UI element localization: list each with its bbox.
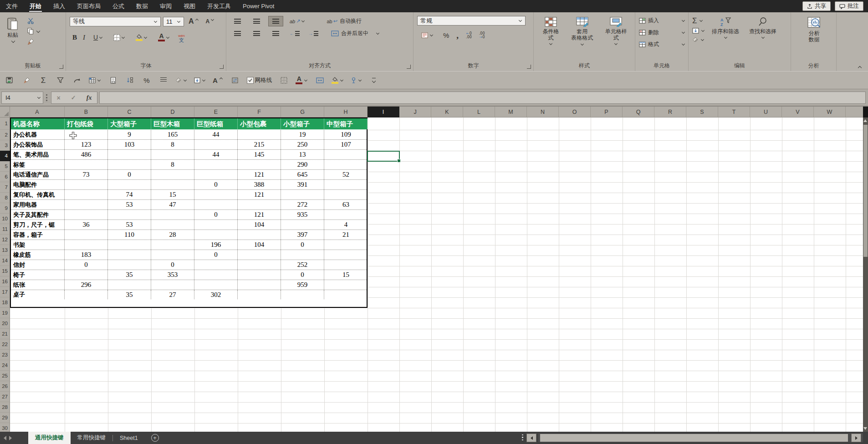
delete-cells-button[interactable]: 删除 bbox=[639, 29, 685, 36]
cell-value[interactable] bbox=[324, 160, 368, 169]
wrap-text-button[interactable]: ab↩ 自动换行 bbox=[324, 16, 363, 26]
row-header-6[interactable]: 6 bbox=[0, 172, 10, 182]
header-cell[interactable]: 巨型木箱 bbox=[151, 118, 194, 129]
column-header-C[interactable]: C bbox=[108, 107, 151, 117]
comment-button[interactable]: 批注 bbox=[835, 1, 863, 11]
align-left-icon[interactable] bbox=[230, 28, 245, 39]
menu-item-6[interactable]: 审阅 bbox=[154, 0, 178, 12]
column-header-H[interactable]: H bbox=[324, 107, 368, 117]
row-header-18[interactable]: 18 bbox=[0, 297, 10, 308]
cell-value[interactable]: 0 bbox=[194, 250, 238, 260]
menu-item-1[interactable]: 开始 bbox=[24, 0, 47, 12]
cell-value[interactable]: 935 bbox=[281, 210, 324, 219]
decrease-decimal-icon[interactable]: .00→0 bbox=[479, 32, 485, 39]
header-cell[interactable]: 小型箱子 bbox=[281, 118, 324, 129]
menu-item-5[interactable]: 数据 bbox=[130, 0, 154, 12]
font-dialog-launcher-icon[interactable] bbox=[220, 65, 224, 69]
header-cell[interactable]: 大型箱子 bbox=[108, 118, 151, 129]
cell-value[interactable] bbox=[324, 260, 368, 270]
cell-value[interactable] bbox=[324, 150, 368, 159]
enter-icon[interactable]: ✓ bbox=[71, 94, 76, 101]
cell-value[interactable] bbox=[108, 240, 151, 250]
cell-value[interactable]: 645 bbox=[281, 170, 324, 179]
row-header-19[interactable]: 19 bbox=[0, 308, 10, 318]
align-right-icon[interactable] bbox=[268, 28, 283, 39]
cell-value[interactable]: 302 bbox=[194, 290, 238, 299]
header-cell[interactable]: 小型包裹 bbox=[238, 118, 281, 129]
header-cell[interactable]: 机器名称 bbox=[11, 118, 65, 129]
dropdown-icon[interactable] bbox=[97, 79, 101, 82]
cut-icon[interactable] bbox=[27, 18, 40, 24]
cell-value[interactable] bbox=[238, 250, 281, 260]
cell-value[interactable] bbox=[194, 160, 238, 169]
cell-item-name[interactable]: 办公机器 bbox=[11, 130, 65, 139]
cell-value[interactable]: 47 bbox=[151, 200, 194, 209]
column-header-W[interactable]: W bbox=[814, 107, 846, 117]
cell-value[interactable] bbox=[108, 150, 151, 159]
cancel-icon[interactable]: × bbox=[57, 94, 61, 102]
conditional-formatting-button[interactable]: 条件格式 bbox=[537, 16, 564, 63]
column-header-A[interactable]: A bbox=[10, 107, 65, 117]
add-sheet-icon[interactable]: + bbox=[151, 434, 159, 442]
row-header-26[interactable]: 26 bbox=[0, 381, 10, 392]
gridlines-checkbox[interactable]: 网格线 bbox=[247, 77, 272, 84]
column-header-G[interactable]: G bbox=[281, 107, 324, 117]
selected-cell-I4[interactable] bbox=[367, 151, 400, 162]
row-header-22[interactable]: 22 bbox=[0, 339, 10, 350]
sheet-tab-1[interactable]: 常用快捷键 bbox=[71, 432, 113, 444]
cell-value[interactable] bbox=[108, 250, 151, 260]
cell-value[interactable]: 0 bbox=[65, 260, 108, 270]
column-header-J[interactable]: J bbox=[399, 107, 431, 117]
scroll-left-icon[interactable] bbox=[526, 434, 536, 442]
cell-value[interactable]: 121 bbox=[238, 170, 281, 179]
cell-item-name[interactable]: 椅子 bbox=[11, 270, 65, 280]
cell-item-name[interactable]: 橡皮筋 bbox=[11, 250, 65, 260]
cell-value[interactable]: 165 bbox=[151, 130, 194, 139]
prev-sheet-icon[interactable] bbox=[4, 436, 6, 440]
row-header-29[interactable]: 29 bbox=[0, 413, 10, 423]
cell-value[interactable]: 44 bbox=[194, 130, 238, 139]
paste-button[interactable]: 粘贴 bbox=[4, 16, 22, 44]
increase-decimal-icon[interactable]: ←0.00 bbox=[466, 32, 472, 39]
font-name-dropdown-icon[interactable] bbox=[153, 20, 158, 23]
format-as-table-button[interactable]: 套用表格格式 bbox=[566, 16, 598, 63]
cell-value[interactable]: 252 bbox=[281, 260, 324, 270]
cell-value[interactable]: 8 bbox=[151, 140, 194, 149]
dropdown-icon[interactable] bbox=[340, 79, 344, 82]
menu-item-2[interactable]: 插入 bbox=[47, 0, 71, 12]
spreadsheet-grid[interactable]: ABCDEFGHIJKLMNOPQRSTUVW12345678910111213… bbox=[0, 107, 863, 432]
fill-color-icon[interactable] bbox=[133, 33, 150, 42]
column-header-V[interactable]: V bbox=[782, 107, 814, 117]
cell-value[interactable]: 110 bbox=[108, 230, 151, 240]
cell-value[interactable] bbox=[281, 250, 324, 260]
cell-value[interactable] bbox=[65, 240, 108, 250]
cell-value[interactable] bbox=[65, 200, 108, 209]
cell-value[interactable]: 36 bbox=[65, 220, 108, 230]
fill-color-icon[interactable] bbox=[332, 77, 344, 84]
scroll-right-icon[interactable] bbox=[851, 434, 861, 442]
cell-value[interactable]: 4 bbox=[324, 220, 368, 230]
cell-value[interactable]: 397 bbox=[281, 230, 324, 240]
cell-value[interactable] bbox=[65, 230, 108, 240]
cell-value[interactable]: 486 bbox=[65, 150, 108, 159]
cell-value[interactable] bbox=[194, 140, 238, 149]
share-button[interactable]: 共享 bbox=[802, 1, 831, 11]
cell-value[interactable]: 183 bbox=[65, 250, 108, 260]
increase-indent-icon[interactable]: → bbox=[306, 30, 321, 37]
cell-value[interactable]: 104 bbox=[238, 240, 281, 250]
cell-value[interactable]: 15 bbox=[151, 190, 194, 199]
eraser-icon[interactable] bbox=[175, 77, 187, 83]
cell-value[interactable] bbox=[194, 170, 238, 179]
checkbox-icon[interactable] bbox=[247, 77, 254, 84]
cell-value[interactable] bbox=[151, 220, 194, 230]
cell-value[interactable] bbox=[108, 160, 151, 169]
orientation-icon[interactable]: ab↗ bbox=[287, 17, 307, 26]
menu-item-7[interactable]: 视图 bbox=[178, 0, 201, 12]
cell-item-name[interactable]: 桌子 bbox=[11, 290, 65, 299]
cell-value[interactable]: 250 bbox=[281, 140, 324, 149]
cell-value[interactable]: 13 bbox=[281, 150, 324, 159]
cell-value[interactable]: 0 bbox=[108, 170, 151, 179]
vertical-scrollbar-thumb[interactable] bbox=[863, 125, 868, 257]
cell-item-name[interactable]: 剪刀，尺子，锯 bbox=[11, 220, 65, 230]
row-header-30[interactable]: 30 bbox=[0, 423, 10, 432]
